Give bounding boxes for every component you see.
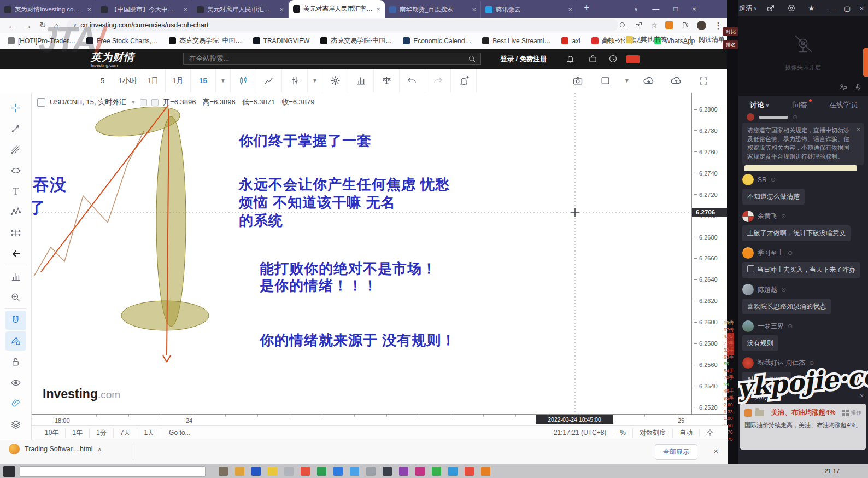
layout-icon[interactable]: [593, 69, 618, 92]
interval-dropdown-icon[interactable]: ▼: [216, 69, 231, 92]
home-icon[interactable]: ⌂: [54, 21, 59, 30]
menu-dots-icon[interactable]: ⋮: [714, 20, 723, 31]
interval-button[interactable]: 15: [191, 69, 216, 92]
tab-close-icon[interactable]: ×: [87, 5, 91, 14]
presenter-cam-icon[interactable]: [838, 83, 847, 91]
site-search-icon[interactable]: [468, 55, 476, 63]
other-bookmarks[interactable]: 其他书签: [641, 35, 667, 44]
gift-banner[interactable]: [863, 48, 868, 77]
legend-eye-icon[interactable]: [140, 99, 147, 106]
taskbar-app-icon[interactable]: [317, 467, 326, 476]
browser-tab[interactable]: 英为财情Investing.com_全… ×: [0, 1, 96, 18]
price-axis[interactable]: 6.28006.27806.27606.27406.27206.27006.26…: [691, 93, 728, 414]
compare-icon[interactable]: [282, 69, 308, 92]
zoom-in-icon[interactable]: [5, 288, 26, 307]
arrow-tool-icon[interactable]: [5, 244, 26, 263]
forward-icon[interactable]: →: [24, 21, 32, 30]
bookmark-item[interactable]: Best Live Streami…: [482, 37, 550, 45]
share-icon[interactable]: [766, 4, 775, 13]
bookmark-item[interactable]: 杰克交易学院-中国…: [320, 36, 392, 45]
legend-chevron-icon[interactable]: ▼: [131, 100, 136, 105]
settings-gear-icon[interactable]: [322, 69, 348, 92]
tab-close-icon[interactable]: ×: [472, 5, 476, 14]
popup-card[interactable]: 美油、布油均涨超4% 操作 国际油价持续走高，美油、布油均涨超4%。: [740, 404, 866, 450]
bookmark-item[interactable]: TRADINGVIEW: [253, 37, 310, 45]
taskbar-app-icon[interactable]: [399, 467, 408, 476]
taskbar-app-icon[interactable]: [333, 467, 343, 476]
browser-tab[interactable]: 南华期货_百度搜索 ×: [385, 1, 481, 18]
address-bar[interactable]: ∨ cn.investing.com/currencies/usd-cnh-ch…: [67, 19, 618, 31]
site-info-chevron-icon[interactable]: ∨: [73, 22, 77, 28]
popup-action-label[interactable]: 操作: [851, 409, 861, 417]
extensions-icon[interactable]: [681, 21, 689, 30]
range-button[interactable]: 1年: [66, 428, 90, 438]
recent-clock-icon[interactable]: [608, 54, 618, 63]
profile-avatar[interactable]: [697, 21, 706, 30]
range-button[interactable]: 1分: [90, 428, 114, 438]
maximize-button[interactable]: □: [673, 5, 678, 13]
pin-star-icon[interactable]: ★: [808, 4, 815, 13]
timeframe-button[interactable]: 1小时: [115, 69, 140, 92]
fullscreen-icon[interactable]: [691, 69, 716, 92]
eye-icon[interactable]: [5, 373, 26, 392]
auto-scale-button[interactable]: 自动: [672, 428, 699, 438]
volume-profile-icon[interactable]: [5, 267, 26, 286]
chart-legend[interactable]: − USD/CNH, 15, 实时外汇 ▼ 开=6.3896高=6.3896低=…: [37, 97, 315, 107]
taskbar-app-icon[interactable]: [284, 467, 294, 476]
candlestick-icon[interactable]: [231, 69, 256, 92]
percent-scale-button[interactable]: %: [613, 429, 632, 436]
forecast-tool-icon[interactable]: [5, 223, 26, 242]
portfolio-bag-icon[interactable]: [588, 54, 597, 63]
bookmark-item[interactable]: Free Stock Charts,…: [86, 37, 158, 45]
taskbar-app-icon[interactable]: [383, 467, 392, 476]
taskbar-app-icon[interactable]: [251, 467, 261, 476]
shelf-close-icon[interactable]: ×: [713, 446, 718, 456]
cloud-download-icon[interactable]: [636, 69, 661, 92]
alert-plus-icon[interactable]: [451, 69, 477, 92]
reload-icon[interactable]: ↻: [39, 20, 46, 30]
bookmark-star-icon[interactable]: ☆: [650, 21, 658, 30]
scales-icon[interactable]: [374, 69, 400, 92]
timeframe-button[interactable]: 1月: [166, 69, 191, 92]
redo-icon[interactable]: [425, 69, 451, 92]
bookmark-item[interactable]: 杰克交易学院_中国…: [169, 36, 242, 45]
xabcd-pattern-icon[interactable]: [5, 202, 26, 221]
taskbar-app-icon[interactable]: [366, 467, 376, 476]
undo-icon[interactable]: [400, 69, 425, 92]
stream-restore-icon[interactable]: ▢: [844, 4, 851, 13]
bookmark-item[interactable]: Economic Calend…: [403, 37, 471, 45]
taskbar-app-icon[interactable]: [432, 467, 441, 476]
pitchfork-icon[interactable]: [5, 140, 26, 159]
drawing-lock-icon[interactable]: [5, 331, 26, 351]
link-icon[interactable]: [5, 394, 26, 413]
chat-message-list[interactable]: SR ⊙ 不知道怎么做清楚 余黄飞 ⊙ 上破了才做啊，统计下破没啥意义: [742, 174, 865, 393]
start-button[interactable]: [3, 466, 15, 477]
log-scale-button[interactable]: 对数刻度: [632, 428, 672, 438]
range-button[interactable]: 1天: [137, 428, 161, 438]
magnet-icon[interactable]: [5, 311, 26, 330]
video-area[interactable]: 摄像头未开启: [738, 16, 868, 96]
minimize-button[interactable]: —: [652, 5, 659, 13]
stream-close-icon[interactable]: ×: [859, 4, 864, 13]
time-axis[interactable]: 18:00 24 25 2022-03-24 18:45:00: [32, 414, 728, 425]
browser-tab[interactable]: 腾讯微云 ×: [481, 1, 577, 18]
login-link[interactable]: 登录 / 免费注册: [500, 55, 547, 64]
trendline-icon[interactable]: [5, 119, 26, 138]
mic-icon[interactable]: [854, 83, 863, 91]
close-button[interactable]: ×: [692, 5, 696, 13]
taskbar-app-icon[interactable]: [268, 467, 277, 476]
lock-icon[interactable]: [5, 352, 26, 371]
shapes-ellipse-icon[interactable]: [5, 161, 26, 180]
tab-close-icon[interactable]: ×: [568, 5, 572, 14]
bookmark-item[interactable]: [HOT!]Pro-Trader…: [8, 37, 75, 45]
stream-minimize-icon[interactable]: —: [828, 4, 835, 13]
taskbar-app-icon[interactable]: [301, 467, 310, 476]
bookmark-item[interactable]: axi: [561, 37, 580, 45]
tab-close-icon[interactable]: ×: [376, 5, 380, 13]
site-search-input[interactable]: [183, 53, 481, 65]
new-tab-button[interactable]: +: [584, 2, 589, 13]
notifications-bell-icon[interactable]: [566, 54, 575, 63]
layout-dropdown-icon[interactable]: ▼: [620, 69, 634, 92]
timeframe-button[interactable]: 1日: [140, 69, 166, 92]
zoom-icon[interactable]: [619, 21, 627, 30]
